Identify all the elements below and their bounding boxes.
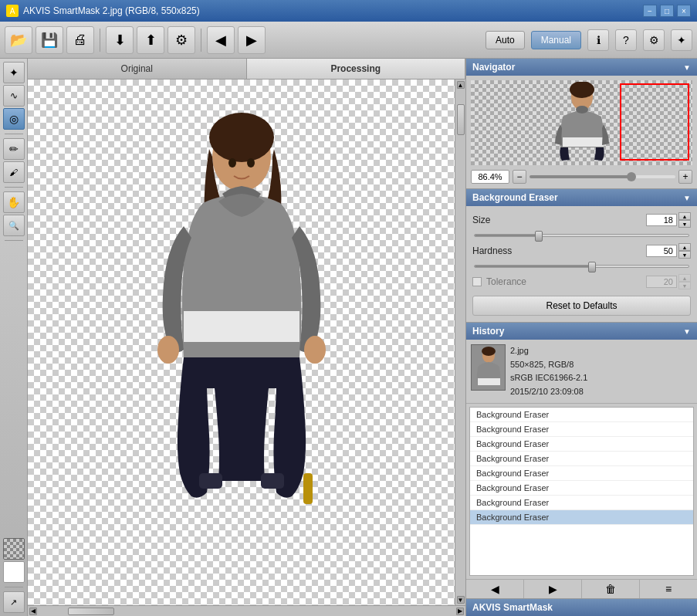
- tolerance-row: Tolerance ▲ ▼: [472, 274, 691, 289]
- svg-point-12: [576, 106, 588, 113]
- upload-button[interactable]: ⬆: [137, 26, 164, 54]
- tool-separator-2: [5, 187, 23, 188]
- select-tool-button[interactable]: ✦: [3, 62, 25, 83]
- nav-person: [551, 82, 613, 163]
- size-slider-fill: [475, 235, 539, 236]
- hscroll-thumb[interactable]: [68, 608, 114, 615]
- size-up-button[interactable]: ▲: [678, 212, 691, 220]
- history-item[interactable]: Background Eraser: [470, 496, 693, 510]
- minimize-button[interactable]: −: [643, 5, 657, 17]
- help-button[interactable]: ?: [615, 29, 637, 51]
- back-button[interactable]: ◀: [207, 26, 235, 54]
- brush-tool-button[interactable]: 🖌: [3, 161, 25, 183]
- nav-viewport-rect: [620, 83, 689, 161]
- size-slider-track[interactable]: [474, 234, 689, 237]
- window-title: AKVIS SmartMask 2.jpg (RGB/8, 550x825): [23, 5, 643, 16]
- history-forward-button[interactable]: ▶: [524, 580, 582, 598]
- history-delete-button[interactable]: 🗑: [582, 580, 640, 598]
- print-button[interactable]: 🖨: [66, 26, 94, 54]
- settings2-button[interactable]: ⚙: [167, 26, 195, 54]
- star-button[interactable]: ✦: [671, 29, 692, 51]
- processing-tab[interactable]: Processing: [247, 59, 466, 79]
- zoom-level[interactable]: 86.4%: [471, 170, 509, 184]
- scroll-left-button[interactable]: ◀: [29, 608, 37, 615]
- history-collapse-icon[interactable]: ▼: [683, 327, 691, 336]
- size-slider-thumb[interactable]: [535, 231, 543, 242]
- history-section: History ▼ 2.jpg: [466, 323, 697, 598]
- tolerance-checkbox[interactable]: [472, 277, 482, 286]
- history-list[interactable]: Background Eraser Background Eraser Back…: [469, 407, 694, 576]
- pencil-tool-button[interactable]: ✏: [3, 138, 25, 160]
- history-content: 2.jpg 550×825, RGB/8 sRGB IEC61966-2.1 2…: [466, 340, 697, 598]
- hardness-slider-thumb[interactable]: [588, 262, 596, 272]
- left-tool-panel: ✦ ∿ ◎ ✏ 🖌 ✋ 🔍 ↗: [0, 59, 28, 616]
- size-input[interactable]: [646, 214, 677, 226]
- navigator-header: Navigator ▼: [466, 59, 697, 76]
- hardness-input[interactable]: [646, 245, 677, 257]
- export-button[interactable]: ↗: [3, 591, 25, 613]
- reset-defaults-button[interactable]: Reset to Defaults: [472, 296, 691, 316]
- close-button[interactable]: ×: [677, 5, 691, 17]
- zoom-tool-button[interactable]: 🔍: [3, 215, 25, 236]
- tolerance-spinner: ▲ ▼: [678, 274, 691, 289]
- history-file-details: 2.jpg 550×825, RGB/8 sRGB IEC61966-2.1 2…: [510, 344, 587, 398]
- scroll-right-button[interactable]: ▶: [456, 608, 464, 615]
- manual-mode-button[interactable]: Manual: [531, 31, 581, 49]
- hardness-down-button[interactable]: ▼: [678, 251, 691, 259]
- maximize-button[interactable]: □: [660, 5, 674, 17]
- canvas-main-row: ▲ ▼: [28, 80, 465, 605]
- hardness-slider-track[interactable]: [474, 265, 689, 268]
- size-down-button[interactable]: ▼: [678, 220, 691, 228]
- download-button[interactable]: ⬇: [106, 26, 134, 54]
- eraser-collapse-icon[interactable]: ▼: [683, 194, 691, 202]
- preferences-button[interactable]: ⚙: [643, 29, 665, 51]
- size-spinner: ▲ ▼: [678, 212, 691, 228]
- history-thumb-img: [472, 345, 506, 391]
- save-button[interactable]: 💾: [36, 26, 63, 54]
- svg-point-11: [570, 82, 594, 98]
- svg-rect-7: [199, 473, 222, 489]
- hand-tool-button[interactable]: ✋: [3, 191, 25, 213]
- person-figure: [157, 95, 327, 589]
- lasso-tool-button[interactable]: ∿: [3, 85, 25, 107]
- history-menu-button[interactable]: ≡: [640, 580, 697, 598]
- right-panel: Navigator ▼: [465, 59, 697, 616]
- horizontal-scrollbar[interactable]: ◀ ▶: [28, 605, 465, 616]
- canvas-viewport[interactable]: [28, 80, 455, 605]
- hardness-up-button[interactable]: ▲: [678, 243, 691, 251]
- info-button[interactable]: ℹ: [587, 29, 609, 51]
- scroll-down-button[interactable]: ▼: [457, 596, 465, 604]
- scroll-up-button[interactable]: ▲: [457, 81, 465, 89]
- history-item-selected[interactable]: Background Eraser: [470, 510, 693, 525]
- history-item[interactable]: Background Eraser: [470, 466, 693, 481]
- history-back-button[interactable]: ◀: [466, 580, 524, 598]
- svg-rect-8: [261, 473, 284, 489]
- history-item[interactable]: Background Eraser: [470, 408, 693, 422]
- zoom-in-button[interactable]: +: [678, 170, 692, 184]
- navigator-preview: [471, 80, 692, 165]
- history-dimensions: 550×825, RGB/8: [510, 358, 587, 372]
- main-area: ✦ ∿ ◎ ✏ 🖌 ✋ 🔍 ↗ Original Processing: [0, 59, 697, 616]
- checker-tool-button[interactable]: [3, 538, 25, 560]
- svg-point-6: [247, 158, 255, 168]
- forward-button[interactable]: ▶: [238, 26, 266, 54]
- zoom-slider[interactable]: [530, 175, 675, 178]
- history-item[interactable]: Background Eraser: [470, 452, 693, 466]
- original-tab[interactable]: Original: [28, 59, 247, 79]
- white-bg-button[interactable]: [3, 561, 25, 583]
- auto-mode-button[interactable]: Auto: [486, 31, 525, 49]
- navigator-collapse-icon[interactable]: ▼: [683, 63, 691, 72]
- eraser-tool-button[interactable]: ◎: [3, 108, 25, 130]
- history-item[interactable]: Background Eraser: [470, 422, 693, 437]
- history-item[interactable]: Background Eraser: [470, 437, 693, 452]
- tolerance-down-button: ▼: [678, 282, 691, 289]
- scroll-thumb[interactable]: [457, 104, 465, 135]
- open-button[interactable]: 📂: [5, 26, 32, 54]
- vertical-scrollbar[interactable]: ▲ ▼: [455, 80, 465, 605]
- history-thumbnail: [471, 344, 506, 391]
- zoom-out-button[interactable]: −: [513, 170, 526, 184]
- svg-point-1: [209, 113, 274, 162]
- zoom-slider-thumb[interactable]: [627, 172, 636, 181]
- bottom-status-label: AKVIS SmartMask: [466, 598, 697, 616]
- history-item[interactable]: Background Eraser: [470, 481, 693, 496]
